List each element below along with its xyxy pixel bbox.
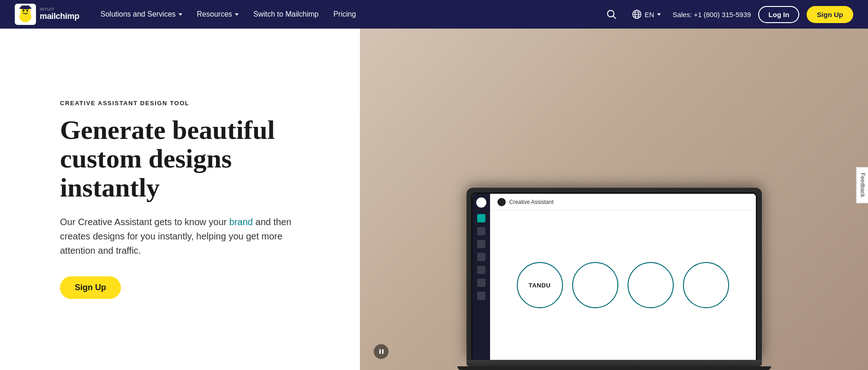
hero-signup-button[interactable]: Sign Up [60, 276, 121, 299]
nav-pricing-link[interactable]: Pricing [327, 6, 362, 22]
laptop-foot [457, 366, 771, 370]
sales-phone: Sales: +1 (800) 315-5939 [673, 11, 751, 18]
hero-right-visual: Creative Assistant TANDU [360, 29, 868, 370]
search-icon [606, 9, 617, 19]
sidebar-layout-icon [477, 266, 485, 274]
highlight-brand: brand [229, 217, 253, 227]
hero-description: Our Creative Assistant gets to know your… [60, 215, 318, 258]
app-topbar: Creative Assistant [490, 194, 756, 210]
chevron-down-icon [235, 13, 239, 16]
login-button[interactable]: Log In [758, 6, 799, 23]
nav-solutions-link[interactable]: Solutions and Services [94, 6, 189, 22]
mailchimp-logo-icon [15, 4, 36, 25]
laptop-base [467, 360, 762, 366]
brand-circle-option-2 [628, 262, 674, 308]
sidebar-brush-icon [477, 214, 485, 222]
feedback-tab[interactable]: Feedback [856, 167, 868, 203]
nav-right-actions: EN Sales: +1 (800) 315-5939 Log In Sign … [603, 6, 853, 23]
app-logo-icon [476, 197, 486, 208]
laptop-mockup: Creative Assistant TANDU [457, 188, 771, 370]
laptop-screen-outer: Creative Assistant TANDU [467, 188, 762, 360]
brand-name-text: TANDU [529, 282, 551, 289]
logo-link[interactable]: INTUIT mailchimp [15, 4, 79, 25]
app-sidebar [473, 194, 490, 360]
app-topbar-title: Creative Assistant [509, 199, 554, 205]
sidebar-link-icon [477, 253, 485, 261]
laptop-screen: Creative Assistant TANDU [473, 194, 756, 360]
navbar: INTUIT mailchimp Solutions and Services … [0, 0, 868, 29]
search-button[interactable] [603, 6, 620, 23]
svg-point-4 [26, 10, 28, 12]
brand-circle-option-1 [572, 262, 618, 308]
app-main-area: TANDU [490, 210, 756, 360]
nav-resources-link[interactable]: Resources [191, 6, 245, 22]
chevron-down-icon [179, 13, 182, 16]
hero-title: Generate beautiful custom designs instan… [60, 116, 332, 203]
sidebar-tag-icon [477, 240, 485, 248]
signup-button-nav[interactable]: Sign Up [807, 6, 853, 23]
brand-circle-option-3 [683, 262, 729, 308]
language-selector[interactable]: EN [627, 6, 665, 22]
hero-left-content: CREATIVE ASSISTANT DESIGN TOOL Generate … [0, 29, 360, 370]
app-content: Creative Assistant TANDU [490, 194, 756, 360]
hero-eyebrow: CREATIVE ASSISTANT DESIGN TOOL [60, 100, 332, 107]
pause-icon [379, 349, 383, 354]
svg-line-8 [613, 16, 616, 19]
sidebar-grid-icon [477, 279, 485, 287]
pause-button[interactable] [374, 344, 389, 359]
sidebar-image-icon [477, 227, 485, 235]
nav-links: Solutions and Services Resources Switch … [94, 6, 603, 22]
svg-point-3 [23, 10, 24, 12]
hero-section: CREATIVE ASSISTANT DESIGN TOOL Generate … [0, 29, 868, 370]
app-topbar-logo [497, 198, 506, 206]
globe-icon [632, 9, 642, 19]
svg-rect-6 [19, 7, 31, 9]
brand-circle-primary: TANDU [517, 262, 563, 308]
nav-switch-link[interactable]: Switch to Mailchimp [247, 6, 325, 22]
lang-chevron-icon [657, 13, 661, 16]
laptop-bezel: Creative Assistant TANDU [471, 192, 757, 360]
sidebar-search-icon [477, 292, 485, 300]
